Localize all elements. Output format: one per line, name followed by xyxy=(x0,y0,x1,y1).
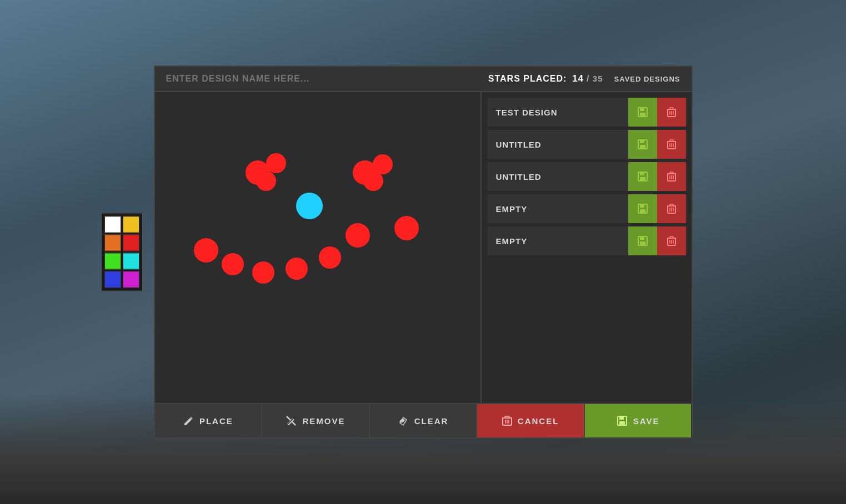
design-name: EMPTY xyxy=(487,204,628,214)
trash-icon xyxy=(667,139,676,149)
svg-rect-2 xyxy=(640,113,645,117)
place-button[interactable]: PLACE xyxy=(155,404,263,437)
svg-rect-1 xyxy=(640,108,644,111)
star-dot[interactable] xyxy=(319,246,341,269)
svg-rect-32 xyxy=(670,204,673,206)
svg-rect-37 xyxy=(640,236,644,240)
modal-footer: PLACE REMOVE CLEAR xyxy=(155,403,692,437)
design-name: EMPTY xyxy=(487,236,628,246)
svg-rect-28 xyxy=(640,204,644,208)
design-name-input[interactable] xyxy=(166,74,477,84)
delete-design-button[interactable] xyxy=(657,130,686,159)
star-dot-cyan[interactable] xyxy=(296,193,323,219)
canvas-area[interactable] xyxy=(155,92,480,403)
svg-rect-20 xyxy=(640,177,645,181)
floppy-footer-icon xyxy=(617,415,628,426)
svg-rect-23 xyxy=(670,172,673,174)
floppy-icon xyxy=(637,235,648,246)
load-design-button[interactable] xyxy=(628,130,657,159)
color-palette xyxy=(101,213,143,291)
floppy-icon xyxy=(637,171,648,182)
modal-container: STARS PLACED: 14 / 35 SAVED DESIGNS xyxy=(154,65,693,439)
svg-rect-29 xyxy=(640,209,645,213)
svg-rect-14 xyxy=(670,140,673,142)
design-row: TEST DESIGN xyxy=(487,98,686,127)
svg-rect-11 xyxy=(640,145,645,149)
modal-overlay: STARS PLACED: 14 / 35 SAVED DESIGNS xyxy=(0,0,846,504)
svg-rect-38 xyxy=(640,241,645,245)
load-design-button[interactable] xyxy=(628,98,657,127)
floppy-icon xyxy=(637,139,648,150)
eraser-icon xyxy=(398,415,409,426)
svg-rect-41 xyxy=(670,236,673,238)
svg-rect-50 xyxy=(505,416,509,418)
stars-placed: STARS PLACED: 14 / 35 xyxy=(488,73,603,84)
star-dot[interactable] xyxy=(222,253,244,275)
svg-rect-56 xyxy=(619,421,625,425)
star-dot[interactable] xyxy=(363,171,383,191)
design-name: UNTITLED xyxy=(487,172,628,182)
modal-body: TEST DESIGN xyxy=(155,92,692,403)
remove-icon xyxy=(286,415,297,426)
saved-designs-panel: TEST DESIGN xyxy=(480,92,692,403)
trash-icon xyxy=(667,107,676,117)
remove-button[interactable]: REMOVE xyxy=(262,404,370,437)
trash-icon xyxy=(667,204,676,214)
clear-label: CLEAR xyxy=(414,416,449,426)
modal-header: STARS PLACED: 14 / 35 SAVED DESIGNS xyxy=(155,67,692,92)
clear-button[interactable]: CLEAR xyxy=(370,404,478,437)
color-swatch-orange[interactable] xyxy=(104,235,121,251)
color-swatch-white[interactable] xyxy=(104,216,121,233)
svg-rect-55 xyxy=(619,416,624,420)
floppy-icon xyxy=(637,203,648,214)
color-swatch-yellow[interactable] xyxy=(123,216,139,233)
load-design-button[interactable] xyxy=(628,226,657,255)
design-row: EMPTY xyxy=(487,194,686,223)
svg-rect-19 xyxy=(640,172,644,175)
color-swatch-green[interactable] xyxy=(104,253,121,270)
star-canvas[interactable] xyxy=(155,92,480,403)
cancel-button[interactable]: CANCEL xyxy=(477,404,585,437)
trash-icon xyxy=(667,172,676,182)
trash-footer-icon xyxy=(502,416,512,426)
color-swatch-blue[interactable] xyxy=(104,271,121,288)
save-label: SAVE xyxy=(633,416,660,426)
delete-design-button[interactable] xyxy=(657,226,686,255)
load-design-button[interactable] xyxy=(628,162,657,191)
star-dot[interactable] xyxy=(394,216,419,240)
design-name: UNTITLED xyxy=(487,140,628,149)
pencil-icon xyxy=(183,415,194,426)
cancel-label: CANCEL xyxy=(518,416,559,426)
saved-designs-label: SAVED DESIGNS xyxy=(614,75,680,83)
star-dot[interactable] xyxy=(266,153,286,173)
delete-design-button[interactable] xyxy=(657,194,686,223)
svg-rect-5 xyxy=(670,108,673,109)
svg-rect-10 xyxy=(640,140,644,143)
star-dot[interactable] xyxy=(252,261,274,284)
design-name: TEST DESIGN xyxy=(487,108,628,117)
color-swatch-cyan[interactable] xyxy=(123,253,139,270)
modal-wrapper: STARS PLACED: 14 / 35 SAVED DESIGNS xyxy=(154,65,693,439)
design-row: EMPTY xyxy=(487,226,686,255)
delete-design-button[interactable] xyxy=(657,162,686,191)
place-label: PLACE xyxy=(199,416,233,426)
color-swatch-red[interactable] xyxy=(123,235,139,251)
remove-label: REMOVE xyxy=(302,416,345,426)
delete-design-button[interactable] xyxy=(657,98,686,127)
floppy-icon xyxy=(637,107,648,118)
color-swatch-magenta[interactable] xyxy=(123,271,139,288)
save-button[interactable]: SAVE xyxy=(585,404,692,437)
star-dot[interactable] xyxy=(194,238,218,263)
design-row: UNTITLED xyxy=(487,130,686,159)
load-design-button[interactable] xyxy=(628,194,657,223)
trash-icon xyxy=(667,236,676,246)
star-dot[interactable] xyxy=(346,223,370,248)
star-dot[interactable] xyxy=(256,171,276,191)
design-row: UNTITLED xyxy=(487,162,686,191)
star-dot[interactable] xyxy=(286,258,308,280)
